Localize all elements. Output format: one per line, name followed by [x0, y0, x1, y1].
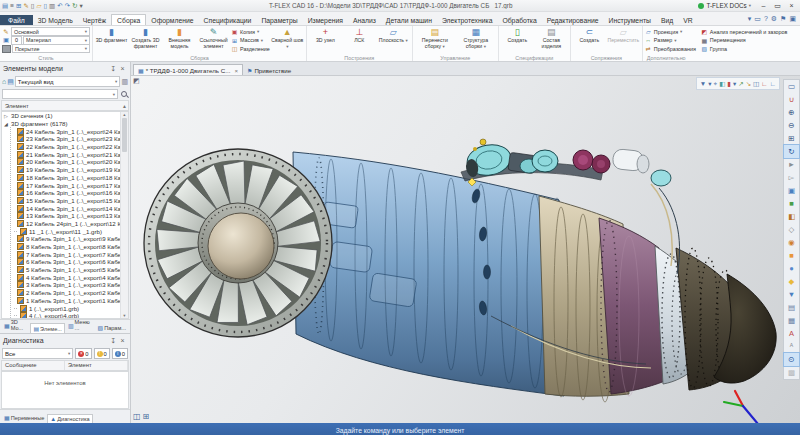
tab-parameters[interactable]: Параметры	[256, 15, 302, 25]
display-mode-icon[interactable]: ◧	[784, 210, 799, 223]
open-folder-icon[interactable]: ▱	[36, 2, 41, 10]
panel-tab-3d-model[interactable]: ▦3D Мо...	[1, 317, 30, 333]
split-view-icon[interactable]: ◫	[133, 412, 141, 421]
tab-view[interactable]: Вид	[656, 15, 678, 25]
btn-transformations[interactable]: ⇄ Преобразования	[645, 45, 696, 53]
tab-machine-parts[interactable]: Детали машин	[381, 15, 437, 25]
tab-editing[interactable]: Редактирование	[542, 15, 604, 25]
refresh-icon[interactable]: ↻	[72, 2, 77, 10]
errors-badge[interactable]: × 0	[75, 348, 91, 359]
diag-col-message[interactable]: Сообщение	[2, 361, 65, 370]
tab-vr[interactable]: VR	[678, 15, 697, 25]
zoom-out-icon[interactable]: ⊖	[784, 119, 799, 132]
tree-item[interactable]: 2 Кабель 3pin_1 (..\_export\2 Кабель 3p.…	[11, 289, 128, 297]
tab-measurements[interactable]: Измерения	[303, 15, 348, 25]
settings-gear-icon[interactable]: ⚙	[771, 15, 777, 23]
tree-item[interactable]: 4 (..\_export\4.grb)	[11, 312, 128, 319]
tree-item[interactable]: 20 Кабель 3pin_1 (..\_export\20 Кабель .…	[11, 158, 128, 166]
tree-item[interactable]: 18 Кабель 3pin_1 (..\_export\18 Кабель .…	[11, 174, 128, 182]
measure-diagonal-alt-icon[interactable]: ↘	[746, 80, 751, 88]
tree-item[interactable]: 4 Кабель 3pin_1 (..\_export\4 Кабель 3p.…	[11, 273, 128, 281]
display-icon[interactable]: ▭	[754, 15, 761, 23]
search-input[interactable]: ▾	[2, 89, 118, 99]
scroll-up-icon[interactable]: ▴	[123, 103, 128, 109]
undo-icon[interactable]: ↶	[57, 2, 62, 10]
zoom-window-icon[interactable]: ⊞	[784, 132, 799, 145]
minimize-button[interactable]: –	[757, 2, 770, 10]
engine-3d-model[interactable]	[131, 76, 800, 423]
scene-icon[interactable]: ⌂	[2, 78, 6, 85]
btn-product-composition[interactable]: ▤ Состав изделия	[535, 27, 568, 54]
solid-view-icon[interactable]: ■	[784, 249, 799, 262]
dialog-pages-icon[interactable]: ▭	[784, 80, 799, 93]
grid-view-icon[interactable]: ⊞	[143, 412, 150, 421]
panel-tab-elements[interactable]: ▤Элеме...	[30, 323, 65, 333]
tab-3d-model[interactable]: 3D Модель	[33, 15, 78, 25]
tree-item[interactable]: 22 Кабель 3pin_1 (..\_export\22 Кабель .…	[11, 143, 128, 151]
menu-list-icon[interactable]: ≡	[10, 2, 14, 10]
measure-diagonal-icon[interactable]: ↗	[738, 80, 743, 88]
tree-item[interactable]: 8 Кабель 3pin_1 (..\_export\8 Кабель 3p.…	[11, 243, 128, 251]
tree-item[interactable]: 5 Кабель 3pin_1 (..\_export\5 Кабель 3p.…	[11, 266, 128, 274]
tree-item[interactable]: 1 (..\_export\1.grb)	[11, 304, 128, 312]
layout-window-icon[interactable]: ▣	[789, 15, 796, 23]
tab-assembly[interactable]: Сборка	[111, 14, 146, 25]
tree-item[interactable]: 1 Кабель 3pin_1 (..\_export\1 Кабель 3p.…	[11, 297, 128, 305]
tree-item[interactable]: 11 _1 (..\_export\11 _1.grb)	[11, 227, 128, 235]
zoom-in-icon[interactable]: ⊕	[784, 106, 799, 119]
btn-move-mate[interactable]: ▱ Переместить	[607, 27, 640, 54]
btn-external-model[interactable]: ▮ Внешняя модель	[163, 27, 196, 54]
tree-item[interactable]: 23 Кабель 3pin_1 (..\_export\23 Кабель .…	[11, 135, 128, 143]
restore-button[interactable]: ▭	[771, 2, 784, 10]
btn-lcs[interactable]: ⊥ ЛСК	[343, 27, 376, 54]
annotate-text-icon[interactable]: A	[784, 327, 799, 340]
menu-caret-icon[interactable]: ▾	[748, 15, 752, 23]
print-icon[interactable]: ▥	[49, 2, 55, 10]
text-small-icon[interactable]: ᴬ	[784, 340, 799, 353]
tree-item[interactable]: 21 Кабель 3pin_1 (..\_export\21 Кабель .…	[11, 150, 128, 158]
tab-processing[interactable]: Обработка	[497, 15, 541, 25]
tree-group-sections[interactable]: ▷ 3D сечения (1)	[2, 112, 128, 120]
save-icon[interactable]: ▤	[2, 2, 8, 10]
btn-create-3d-fragment[interactable]: ▮ Создать 3D фрагмент	[129, 27, 162, 54]
diag-filter-select[interactable]: Все▾	[2, 348, 73, 359]
close-button[interactable]: ×	[785, 2, 798, 10]
btn-copy[interactable]: ▣ Копия▾	[231, 28, 270, 36]
rotate-cube-icon[interactable]: ◇	[784, 223, 799, 236]
btn-create-mate[interactable]: ⊂ Создать	[573, 27, 606, 54]
tab-electrical[interactable]: Электротехника	[437, 15, 498, 25]
copy-view-icon[interactable]: ▣	[784, 184, 799, 197]
fan-spinner[interactable]	[208, 213, 274, 279]
panel-tab-params[interactable]: ▧Парам...	[94, 322, 129, 333]
engine-purple-ring[interactable]	[599, 218, 665, 396]
btn-move-assembly[interactable]: ▤ Перенести сборку ▾	[415, 27, 455, 54]
tree-item[interactable]: 12 Кабель 24pin_1 (..\_export\12 Кабел..…	[11, 220, 128, 228]
btn-clash-analysis[interactable]: ◩ Анализ пересечений и зазоров	[701, 28, 788, 36]
btn-3d-fragment[interactable]: ▮ 3D фрагмент	[95, 27, 128, 54]
warnings-badge[interactable]: ! 0	[94, 348, 110, 359]
pin-icon[interactable]: ↧	[109, 337, 118, 345]
panel-tab-variables[interactable]: ▦Переменные	[1, 412, 47, 423]
btn-3d-node[interactable]: + 3D узел	[309, 27, 342, 54]
tree-scrollbar[interactable]: ▴ ▾	[120, 112, 128, 318]
view-selector[interactable]: Текущий вид▾	[15, 76, 121, 87]
clip-view-icon[interactable]: ▼	[784, 288, 799, 301]
viewport-3d[interactable]: ◩ ▼▾⌖◧▮▾↗↘◫∟∟ ▭∪⊕⊖⊞↻►▻▣■◧◇◉■●◆▼▤▦Aᴬ⊙▩ ◫⊞	[131, 76, 800, 423]
image-export-icon[interactable]: ▤	[784, 301, 799, 314]
print-view-icon[interactable]: ▦	[784, 314, 799, 327]
tree-item[interactable]: 19 Кабель 3pin_1 (..\_export\19 Кабель .…	[11, 166, 128, 174]
close-tab-icon[interactable]: ×	[234, 67, 238, 74]
btn-movements[interactable]: ▦ Перемещения	[701, 37, 788, 45]
material-view-icon[interactable]: ◆	[784, 275, 799, 288]
close-panel-icon[interactable]: ×	[118, 65, 127, 72]
btn-projection[interactable]: ▱ Проекция▾	[645, 28, 696, 36]
tree-item[interactable]: 7 Кабель 3pin_1 (..\_export\7 Кабель 3p.…	[11, 250, 128, 258]
new-doc-icon[interactable]: ▯	[31, 2, 35, 10]
tree-item[interactable]: 3 Кабель 3pin_1 (..\_export\3 Кабель 3p.…	[11, 281, 128, 289]
doc-tab-welcome[interactable]: ⚑ Приветствие	[243, 65, 295, 75]
tab-tools[interactable]: Инструменты	[604, 15, 656, 25]
shading-mode-icon[interactable]: ◧	[719, 80, 725, 88]
tab-design[interactable]: Оформление	[146, 15, 198, 25]
filter-caret-icon[interactable]: ▾	[708, 80, 711, 88]
tree-item[interactable]: 24 Кабель 3pin_1 (..\_export\24 Кабель .…	[11, 127, 128, 135]
